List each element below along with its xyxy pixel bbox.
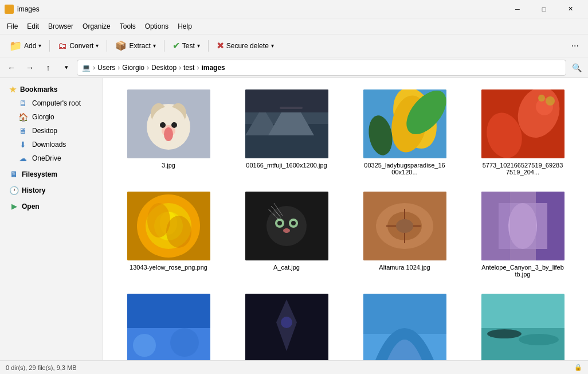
- file-grid: 3.jpg 00166_mtfuji_1600x1200.jpg: [112, 87, 579, 360]
- file-item[interactable]: Altamura 1024.jpg: [348, 189, 461, 280]
- menu-edit[interactable]: Edit: [22, 21, 44, 32]
- history-header[interactable]: 🕐 History: [2, 184, 100, 197]
- statusbar: 0 dir(s), 29 file(s), 9,3 MB 🔒: [0, 360, 588, 374]
- convert-button[interactable]: 🗂 Convert ▾: [53, 37, 103, 54]
- svg-point-57: [133, 334, 156, 357]
- search-button[interactable]: 🔍: [569, 60, 585, 76]
- file-name: A_cat.jpg: [273, 264, 300, 271]
- svg-point-66: [487, 329, 522, 338]
- giorgio-label: Giorgio: [32, 113, 54, 121]
- file-item[interactable]: 3.jpg: [112, 87, 225, 178]
- test-button[interactable]: ✔ Test ▾: [168, 37, 205, 54]
- menu-browser[interactable]: Browser: [44, 21, 78, 32]
- open-header[interactable]: ▶ Open: [2, 200, 100, 213]
- file-name: 00325_ladybugsparadise_1600x120...: [363, 162, 446, 176]
- menu-help[interactable]: Help: [173, 21, 197, 32]
- download-icon: ⬇: [18, 140, 28, 149]
- breadcrumb-images[interactable]: images: [201, 64, 225, 72]
- toolbar: 📁 Add ▾ 🗂 Convert ▾ 📦 Extract ▾ ✔ Test ▾…: [0, 34, 588, 57]
- sidebar-item-giorgio[interactable]: 🏠 Giorgio: [2, 110, 100, 124]
- sidebar-item-downloads[interactable]: ⬇ Downloads: [2, 138, 100, 151]
- bookmarks-label: Bookmarks: [20, 85, 57, 94]
- sidebar-item-onedrive[interactable]: ☁ OneDrive: [2, 151, 100, 165]
- file-item[interactable]: Antelope_Canyon_3_by_lifebtb.jpg: [467, 189, 579, 280]
- add-label: Add: [24, 42, 36, 50]
- app-icon: [5, 5, 14, 14]
- svg-rect-14: [280, 107, 303, 109]
- add-folder-icon: 📁: [9, 40, 22, 52]
- extract-dropdown-icon[interactable]: ▾: [153, 42, 156, 49]
- file-thumbnail: [481, 294, 565, 360]
- titlebar-left: images: [5, 5, 40, 14]
- file-item[interactable]: [230, 291, 343, 360]
- sidebar: ★ Bookmarks 🖥 Computer's root 🏠 Giorgio …: [0, 78, 103, 360]
- dropdown-nav-button[interactable]: ▾: [58, 60, 75, 76]
- test-dropdown-icon[interactable]: ▾: [197, 42, 200, 49]
- filesystem-label: Filesystem: [22, 170, 57, 178]
- extract-button[interactable]: 📦 Extract ▾: [111, 37, 160, 54]
- breadcrumb-giorgio[interactable]: Giorgio: [122, 64, 144, 72]
- titlebar: images ─ □ ✕: [0, 0, 588, 18]
- sidebar-item-computers-root[interactable]: 🖥 Computer's root: [2, 96, 100, 110]
- secure-delete-button[interactable]: ✖ Secure delete ▾: [212, 37, 279, 54]
- breadcrumb-desktop[interactable]: Desktop: [151, 64, 177, 72]
- breadcrumb[interactable]: 💻 › Users › Giorgio › Desktop › test › i…: [77, 60, 566, 76]
- file-thumbnail: [245, 89, 328, 158]
- toolbar-divider-1: [49, 40, 50, 52]
- more-button[interactable]: ···: [567, 38, 583, 53]
- forward-button[interactable]: →: [22, 60, 38, 76]
- svg-point-61: [281, 317, 292, 328]
- onedrive-label: OneDrive: [32, 154, 61, 162]
- maximize-button[interactable]: □: [531, 0, 557, 18]
- extract-icon: 📦: [115, 40, 127, 51]
- back-button[interactable]: ←: [3, 60, 19, 76]
- titlebar-controls: ─ □ ✕: [504, 0, 583, 18]
- file-item[interactable]: A_cat.jpg: [230, 189, 343, 280]
- breadcrumb-users[interactable]: Users: [97, 64, 115, 72]
- menubar: File Edit Browser Organize Tools Options…: [0, 18, 588, 34]
- menu-options[interactable]: Options: [140, 21, 173, 32]
- svg-point-6: [164, 127, 173, 141]
- file-area: 3.jpg 00166_mtfuji_1600x1200.jpg: [103, 78, 588, 360]
- file-thumbnail: [481, 192, 565, 260]
- file-item[interactable]: [348, 291, 461, 360]
- filesystem-header[interactable]: 🖥 Filesystem: [2, 167, 100, 181]
- convert-dropdown-icon[interactable]: ▾: [96, 42, 99, 49]
- file-item[interactable]: 5773_102166527519_692837519_204...: [467, 87, 579, 178]
- file-item[interactable]: [467, 291, 579, 360]
- downloads-label: Downloads: [32, 141, 66, 149]
- file-name: 3.jpg: [162, 162, 175, 169]
- file-name: 00166_mtfuji_1600x1200.jpg: [246, 162, 327, 169]
- svg-point-58: [170, 328, 199, 357]
- file-item[interactable]: 00325_ladybugsparadise_1600x120...: [348, 87, 461, 178]
- menu-tools[interactable]: Tools: [115, 21, 140, 32]
- file-thumbnail: [363, 89, 446, 158]
- svg-point-67: [519, 334, 559, 345]
- menu-organize[interactable]: Organize: [78, 21, 115, 32]
- toolbar-divider-4: [208, 40, 209, 52]
- up-button[interactable]: ↑: [40, 60, 56, 76]
- add-dropdown-icon[interactable]: ▾: [38, 42, 41, 49]
- test-label: Test: [182, 42, 195, 50]
- breadcrumb-test[interactable]: test: [183, 64, 194, 72]
- main-content: ★ Bookmarks 🖥 Computer's root 🏠 Giorgio …: [0, 78, 588, 360]
- lock-icon: 🔒: [574, 364, 582, 371]
- bookmarks-header[interactable]: ★ Bookmarks: [2, 83, 100, 96]
- file-name: 5773_102166527519_692837519_204...: [481, 162, 565, 176]
- file-thumbnail: [245, 294, 328, 360]
- history-section: 🕐 History: [0, 184, 103, 197]
- svg-rect-54: [510, 192, 536, 260]
- toolbar-divider-3: [164, 40, 164, 52]
- sidebar-item-desktop[interactable]: 🖥 Desktop: [2, 124, 100, 138]
- minimize-button[interactable]: ─: [504, 0, 531, 18]
- file-item[interactable]: [112, 291, 225, 360]
- file-thumbnail: [127, 294, 210, 360]
- file-item[interactable]: 00166_mtfuji_1600x1200.jpg: [230, 87, 343, 178]
- window-title: images: [17, 5, 40, 13]
- secure-delete-dropdown-icon[interactable]: ▾: [271, 42, 274, 49]
- menu-file[interactable]: File: [2, 21, 22, 32]
- desktop-icon: 🖥: [18, 126, 28, 135]
- add-button[interactable]: 📁 Add ▾: [5, 37, 46, 54]
- close-button[interactable]: ✕: [557, 0, 583, 18]
- file-item[interactable]: 13043-yelow_rose_png.png: [112, 189, 225, 280]
